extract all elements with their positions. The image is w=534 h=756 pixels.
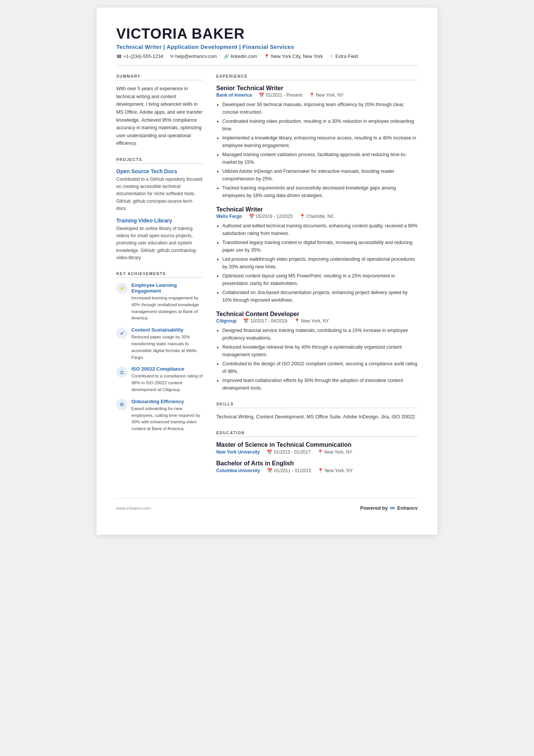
contact-extra: ☆ Extra Field	[329, 54, 358, 59]
edu-1-school: New York University	[216, 449, 260, 455]
project-2-desc: Developed an online library of training …	[116, 225, 203, 261]
right-column: EXPERIENCE Senior Technical Writer Bank …	[216, 74, 418, 483]
achievement-3-desc: Contributed to a compliance rating of 98…	[131, 373, 203, 393]
skills-label: SKILLS	[216, 402, 418, 408]
summary-section: SUMMARY With over 5 years of experience …	[116, 74, 203, 147]
bullet: Developed over 50 technical manuals, imp…	[222, 101, 418, 116]
achievement-3-title: ISO 20022 Compliance	[131, 366, 203, 372]
job-3-meta: Citigroup 📅 10/2017 - 04/2019 📍 New York…	[216, 318, 418, 324]
pin-icon-1: 📍	[309, 92, 315, 98]
job-2-meta: Wells Fargo 📅 05/2019 - 12/2020 📍 Charlo…	[216, 214, 418, 219]
achievement-4-icon: ⚙	[116, 399, 128, 410]
contact-bar: ☎ +1-(234)-555-1234 ✉ help@enhancv.com 🔗…	[116, 54, 418, 66]
footer-website: www.enhancv.com	[116, 506, 151, 510]
resume-page: VICTORIA BAKER Technical Writer | Applic…	[97, 8, 437, 535]
achievement-1-content: Employee Learning Engagement Increased l…	[131, 282, 203, 322]
footer: www.enhancv.com Powered by ∞ Enhancv	[116, 498, 418, 512]
bullet: Utilized Adobe InDesign and Framemaker f…	[222, 167, 418, 183]
calendar-icon-1: 📅	[259, 92, 264, 98]
job-1-dates: 📅 01/2021 - Present	[259, 92, 302, 98]
bullet: Coordinated training video production, r…	[222, 117, 418, 133]
pin-icon-edu2: 📍	[318, 468, 323, 473]
brand-name: Enhancv	[397, 505, 418, 511]
bullet: Contributed to the design of ISO 20022 c…	[222, 360, 418, 375]
job-1-location: 📍 New York, NY	[309, 92, 344, 98]
edu-1-meta: New York University 📅 01/2015 - 01/2017 …	[216, 449, 418, 455]
achievement-1-title: Employee Learning Engagement	[131, 282, 203, 294]
header: VICTORIA BAKER Technical Writer | Applic…	[116, 26, 418, 66]
bullet: Authored and edited technical training d…	[222, 222, 418, 237]
edu-1-dates: 📅 01/2015 - 01/2017	[267, 449, 311, 455]
summary-text: With over 5 years of experience in techn…	[116, 85, 203, 147]
main-layout: SUMMARY With over 5 years of experience …	[116, 74, 418, 483]
calendar-icon-3: 📅	[243, 318, 249, 324]
footer-brand: Powered by ∞ Enhancv	[360, 504, 418, 512]
job-3-location: 📍 New York, NY	[294, 318, 329, 324]
edu-1: Master of Science in Technical Communica…	[216, 441, 418, 455]
edu-2-degree: Bachelor of Arts in English	[216, 460, 418, 467]
projects-label: PROJECTS	[116, 157, 203, 164]
job-3-bullets: Designed financial service training mate…	[216, 327, 418, 392]
education-label: EDUCATION	[216, 430, 418, 437]
job-3-dates: 📅 10/2017 - 04/2019	[243, 318, 287, 324]
job-1: Senior Technical Writer Bank of America …	[216, 85, 418, 199]
experience-label: EXPERIENCE	[216, 74, 418, 80]
phone-icon: ☎	[116, 54, 122, 59]
job-1-meta: Bank of America 📅 01/2021 - Present 📍 Ne…	[216, 92, 418, 98]
achievements-section: KEY ACHIEVEMENTS ⚡ Employee Learning Eng…	[116, 271, 203, 432]
project-2-title: Training Video Library	[116, 218, 203, 224]
achievement-4-content: Onboarding Efficiency Eased onboarding f…	[131, 399, 203, 432]
achievement-2-title: Content Sustainability	[131, 327, 203, 333]
bullet: Tracked training requirements and succes…	[222, 184, 418, 199]
contact-linkedin[interactable]: 🔗 linkedin.com	[223, 54, 257, 59]
experience-section: EXPERIENCE Senior Technical Writer Bank …	[216, 74, 418, 392]
edu-2-school: Columbia University	[216, 468, 260, 473]
bullet: Led process walkthrough video projects, …	[222, 255, 418, 271]
edu-1-degree: Master of Science in Technical Communica…	[216, 441, 418, 448]
achievement-4-desc: Eased onboarding for new employees, cutt…	[131, 405, 203, 432]
contact-location: 📍 New York City, New York	[264, 54, 323, 59]
powered-by-text: Powered by	[360, 505, 388, 511]
job-1-title: Senior Technical Writer	[216, 85, 418, 92]
brand-logo-icon: ∞	[390, 504, 395, 512]
job-1-company: Bank of America	[216, 92, 252, 98]
edu-2-meta: Columbia University 📅 01/2011 - 01/2015 …	[216, 468, 418, 473]
edu-2-dates: 📅 01/2011 - 01/2015	[267, 468, 311, 473]
skills-section: SKILLS Technical Writing, Content Develo…	[216, 402, 418, 421]
pin-icon-3: 📍	[294, 318, 300, 324]
job-3-title: Technical Content Developer	[216, 311, 418, 318]
job-2: Technical Writer Wells Fargo 📅 05/2019 -…	[216, 206, 418, 304]
achievement-2: ✔ Content Sustainability Reduced paper u…	[116, 327, 203, 361]
bullet: Managed training content validation proc…	[222, 151, 418, 166]
star-icon: ☆	[329, 54, 334, 59]
bullet: Designed financial service training mate…	[222, 327, 418, 342]
candidate-name: VICTORIA BAKER	[116, 26, 418, 42]
email-icon: ✉	[170, 54, 174, 59]
calendar-icon-2: 📅	[249, 214, 255, 219]
project-2: Training Video Library Developed an onli…	[116, 218, 203, 261]
pin-icon-edu1: 📍	[317, 449, 323, 455]
project-1-desc: Contributed to a GitHub repository focus…	[116, 176, 203, 212]
education-section: EDUCATION Master of Science in Technical…	[216, 430, 418, 473]
edu-1-location: 📍 New York, NY	[317, 449, 352, 455]
project-1-title: Open Source Tech Docs	[116, 168, 203, 174]
job-2-bullets: Authored and edited technical training d…	[216, 222, 418, 304]
achievement-3: ⚖ ISO 20022 Compliance Contributed to a …	[116, 366, 203, 393]
summary-label: SUMMARY	[116, 74, 203, 80]
achievement-1-desc: Increased learning engagement by 40% thr…	[131, 295, 203, 322]
link-icon: 🔗	[223, 54, 229, 59]
achievement-1: ⚡ Employee Learning Engagement Increased…	[116, 282, 203, 322]
bullet: Implemented a knowledge library, enhanci…	[222, 134, 418, 149]
edu-2: Bachelor of Arts in English Columbia Uni…	[216, 460, 418, 473]
bullet: Reduced knowledge retrieval time by 40% …	[222, 343, 418, 358]
achievement-2-content: Content Sustainability Reduced paper usa…	[131, 327, 203, 361]
bullet: Transitioned legacy training content to …	[222, 239, 418, 254]
job-2-location: 📍 Charlotte, NC	[300, 214, 334, 219]
job-3-company: Citigroup	[216, 318, 236, 324]
job-1-bullets: Developed over 50 technical manuals, imp…	[216, 101, 418, 199]
calendar-icon-edu1: 📅	[267, 449, 272, 455]
achievement-1-icon: ⚡	[116, 283, 128, 294]
contact-email: ✉ help@enhancv.com	[170, 54, 217, 59]
achievement-3-content: ISO 20022 Compliance Contributed to a co…	[131, 366, 203, 393]
left-column: SUMMARY With over 5 years of experience …	[116, 74, 203, 483]
